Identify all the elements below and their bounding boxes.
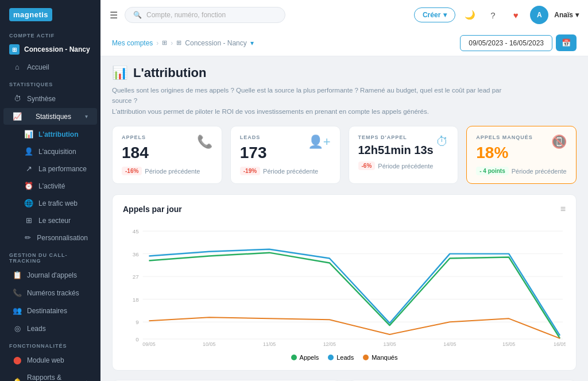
sidebar-item-label: Rapports & alertes	[27, 374, 81, 381]
clock-icon: ⏱	[13, 94, 22, 103]
bell-icon: 🔔	[13, 378, 22, 382]
creer-button[interactable]: Créer ▾	[414, 7, 455, 22]
menu-icon[interactable]: ☰	[110, 10, 118, 21]
kpi-manques-period: Période précédente	[512, 168, 567, 175]
sidebar-item-activite[interactable]: ⏰ L'activité	[3, 178, 97, 194]
avatar[interactable]: A	[530, 6, 548, 24]
page-desc-line2: L'attribution vous permet de piloter le …	[112, 108, 429, 115]
sidebar-item-secteur[interactable]: ⊞ Le secteur	[3, 212, 97, 229]
sidebar-item-label: Synthèse	[27, 95, 56, 103]
svg-text:16/05: 16/05	[554, 341, 566, 347]
favorites-button[interactable]: ♥	[507, 6, 524, 24]
kpi-appels-period: Période précédente	[145, 168, 200, 175]
kpi-leads-change: -19%	[240, 167, 260, 175]
sidebar-item-label: L'activité	[38, 182, 65, 190]
svg-text:0: 0	[136, 336, 139, 342]
chart-appels-title: Appels par jour	[123, 205, 182, 214]
legend-leads: Leads	[328, 354, 354, 361]
user-menu[interactable]: Anaïs ▾	[554, 11, 579, 19]
section-compte-actif: COMPTE ACTIF	[0, 27, 100, 41]
module-icon: ⬤	[13, 356, 22, 364]
home-icon: ⌂	[13, 63, 22, 71]
search-box[interactable]: 🔍 Compte, numéro, fonction	[125, 7, 285, 23]
svg-text:12/05: 12/05	[323, 341, 336, 347]
line-chart: 45 36 27 18 9 0 09/05	[123, 221, 566, 349]
kpi-temps-period: Période précédente	[378, 163, 433, 170]
chevron-down-icon: ▾	[443, 11, 447, 19]
kpi-temps-footer: -6% Période précédente	[358, 161, 449, 170]
chart-bar-icon: 📊	[112, 66, 127, 80]
line-chart-svg: 45 36 27 18 9 0 09/05	[123, 221, 566, 348]
svg-text:9: 9	[136, 319, 139, 325]
chart-icon: 📈	[13, 112, 22, 121]
statistiques-submenu: 📊 L'attribution 👤 L'acquisition ↗ La per…	[0, 125, 100, 247]
page-title: 📊 L'attribution	[112, 66, 577, 80]
help-button[interactable]: ?	[484, 6, 501, 24]
section-statistiques: STATISTIQUES	[0, 76, 100, 90]
journal-icon: 📋	[13, 271, 22, 279]
sidebar-item-leads[interactable]: ◎ Leads	[3, 320, 97, 337]
sidebar-item-label: Module web	[27, 356, 64, 364]
legend-appels: Appels	[291, 354, 319, 361]
sidebar-item-label: Leads	[27, 325, 46, 333]
sidebar-item-numeros[interactable]: 📞 Numéros trackés	[3, 284, 97, 301]
sidebar-item-attribution[interactable]: 📊 L'attribution	[3, 126, 97, 143]
sidebar-item-personnalisation[interactable]: ✏ Personnalisation	[3, 229, 97, 246]
bc-mes-comptes[interactable]: Mes comptes	[112, 39, 153, 47]
page-body: 📊 L'attribution Quelles sont les origine…	[100, 56, 588, 381]
kpi-temps-appel: TEMPS D'APPEL 12h51min 13s -6% Période p…	[349, 126, 459, 184]
sidebar-item-label: L'attribution	[38, 130, 79, 138]
sidebar-item-synthese[interactable]: ⏱ Synthèse	[3, 90, 97, 107]
kpi-appels-change: -16%	[122, 167, 142, 175]
kpi-manques-change: - 4 points	[476, 167, 508, 175]
bc-concession: Concession - Nancy	[185, 39, 246, 47]
page-title-text: L'attribution	[133, 66, 206, 80]
sidebar-item-journal[interactable]: 📋 Journal d'appels	[3, 267, 97, 283]
main-area: ☰ 🔍 Compte, numéro, fonction Créer ▾ 🌙 ?…	[100, 0, 588, 381]
sidebar-item-accueil[interactable]: ⌂ Accueil	[3, 59, 97, 75]
legend-dot-appels	[291, 355, 297, 360]
chart-legend: Appels Leads Manqués	[123, 354, 566, 361]
date-picker: 09/05/2023 - 16/05/2023 📅	[460, 34, 577, 51]
page-desc-line1: Quelles sont les origines de mes appels …	[112, 87, 501, 104]
legend-dot-manques	[363, 355, 369, 360]
sidebar-item-label: Accueil	[27, 63, 49, 71]
breadcrumb-bar: Mes comptes › ⊞ › ⊞ Concession - Nancy ▾…	[100, 30, 588, 56]
date-range-button[interactable]: 09/05/2023 - 16/05/2023	[460, 35, 552, 51]
grid-icon: ⊞	[24, 216, 33, 225]
people-icon: 👥	[13, 306, 22, 315]
svg-text:15/05: 15/05	[502, 341, 515, 347]
calendar-button[interactable]: 📅	[556, 34, 577, 51]
bc-sep-1: ›	[156, 39, 158, 47]
legend-dot-leads	[328, 355, 334, 360]
sidebar-item-performance[interactable]: ↗ La performance	[3, 160, 97, 177]
bc-chevron-icon[interactable]: ▾	[250, 39, 254, 47]
sidebar-item-acquisition[interactable]: 👤 L'acquisition	[3, 143, 97, 160]
sidebar-item-module-web[interactable]: ⬤ Module web	[3, 352, 97, 368]
sidebar-item-label: La performance	[38, 165, 87, 173]
legend-leads-label: Leads	[336, 354, 354, 361]
sidebar-logo: magnetis	[0, 0, 100, 27]
chevron-down-icon: ▾	[85, 113, 88, 120]
sidebar-item-rapports[interactable]: 🔔 Rapports & alertes ›	[3, 370, 97, 381]
active-account[interactable]: ⊞ Concession - Nancy	[0, 41, 100, 58]
sidebar-item-statistiques[interactable]: 📈 Statistiques ▾	[3, 108, 97, 125]
page-description: Quelles sont les origines de mes appels …	[112, 85, 514, 117]
creer-label: Créer	[423, 11, 440, 19]
globe-icon: 🌐	[24, 199, 33, 207]
breadcrumb: Mes comptes › ⊞ › ⊞ Concession - Nancy ▾	[112, 39, 254, 47]
dark-mode-button[interactable]: 🌙	[461, 6, 478, 24]
svg-text:18: 18	[133, 297, 139, 303]
chart-appels-par-jour: Appels par jour ≡ 45 36 27 18 9 0	[112, 194, 577, 371]
sidebar-item-destinataires[interactable]: 👥 Destinataires	[3, 302, 97, 319]
kpi-appels-footer: -16% Période précédente	[122, 167, 212, 175]
chart-menu-icon[interactable]: ≡	[560, 204, 566, 214]
content-area: Mes comptes › ⊞ › ⊞ Concession - Nancy ▾…	[100, 30, 588, 381]
sidebar-item-trafic-web[interactable]: 🌐 Le trafic web	[3, 195, 97, 211]
svg-text:10/05: 10/05	[203, 341, 215, 347]
topbar: ☰ 🔍 Compte, numéro, fonction Créer ▾ 🌙 ?…	[100, 0, 588, 30]
phone-kpi-icon: 📞	[197, 134, 212, 149]
sidebar-item-label: Journal d'appels	[27, 271, 77, 279]
legend-manques-label: Manqués	[372, 354, 397, 361]
chevron-right-icon: ›	[86, 379, 88, 382]
